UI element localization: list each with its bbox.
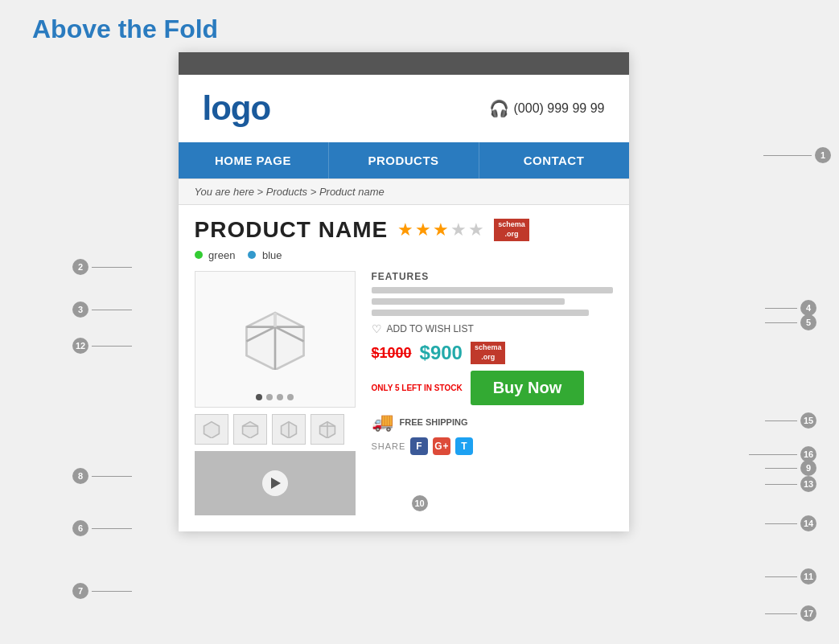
share-label: SHARE (372, 441, 406, 451)
shipping-label: FREE SHIPPING (400, 417, 468, 427)
phone-area: 🎧 (000) 999 99 99 (489, 99, 605, 118)
buy-now-button[interactable]: Buy Now (471, 371, 585, 405)
star-5: ★ (468, 219, 484, 240)
main-product-layout: FEATURES ♡ ADD TO WISH LIST $1000 $900 (195, 271, 613, 515)
dot-3 (277, 394, 283, 400)
dot-2 (266, 394, 273, 400)
star-4: ★ (450, 219, 467, 240)
googleplus-icon[interactable]: g+ (433, 437, 450, 455)
truck-icon: 🚚 (372, 412, 393, 433)
feature-line-3 (372, 310, 589, 316)
breadcrumb: You are here > Products > Product name (179, 178, 629, 205)
stock-text: ONLY 5 LEFT IN STOCK (372, 383, 463, 393)
svg-marker-6 (204, 422, 219, 438)
browser-bar (179, 52, 629, 75)
annotation-2: 2 (72, 259, 132, 275)
annotation-16: 16 (749, 446, 816, 462)
wishlist-row: ♡ ADD TO WISH LIST (372, 322, 613, 335)
annotation-12: 12 (72, 338, 132, 354)
svg-marker-7 (242, 422, 257, 438)
left-column (195, 271, 356, 515)
star-3: ★ (433, 219, 449, 240)
old-price: $1000 (372, 345, 412, 362)
product-name: PRODUCT NAME (195, 217, 389, 243)
annotation-1: 1 (763, 147, 831, 163)
thumbnail-row (195, 414, 356, 445)
dot-4 (287, 394, 294, 400)
green-dot (195, 251, 203, 259)
annotation-11: 11 (765, 568, 816, 585)
new-price: $900 (420, 342, 463, 364)
annotation-3: 3 (72, 301, 132, 318)
annotation-17: 17 (765, 605, 816, 621)
nav-contact[interactable]: CONTACT (479, 142, 629, 178)
shipping-row: 🚚 FREE SHIPPING (372, 412, 613, 433)
ann-num-1: 1 (815, 147, 831, 163)
buy-row: ONLY 5 LEFT IN STOCK Buy Now (372, 371, 613, 405)
color-options: green blue (195, 249, 613, 261)
annotation-15: 15 (765, 412, 816, 429)
product-title-row: PRODUCT NAME ★ ★ ★ ★ ★ schema.org (195, 217, 613, 243)
thumb-4[interactable] (311, 414, 344, 445)
thumb-1[interactable] (195, 414, 228, 445)
color-green-option[interactable]: green (195, 249, 236, 261)
annotation-10: 10 (412, 495, 428, 511)
color-blue-option[interactable]: blue (248, 249, 282, 261)
star-1: ★ (397, 219, 413, 240)
headset-icon: 🎧 (489, 99, 509, 118)
schema-badge-price: schema.org (471, 342, 506, 363)
phone-number: (000) 999 99 99 (514, 101, 605, 116)
annotation-7: 7 (72, 583, 132, 599)
features-label: FEATURES (372, 271, 613, 282)
dot-1 (256, 394, 262, 400)
annotation-14: 14 (765, 515, 816, 531)
play-button[interactable] (262, 470, 288, 496)
thumb-3[interactable] (272, 414, 306, 445)
feature-line-2 (372, 298, 565, 305)
star-2: ★ (415, 219, 431, 240)
product-image-box (195, 271, 356, 408)
page-title: Above the Fold (0, 0, 839, 52)
annotation-5: 5 (765, 314, 816, 330)
right-column: FEATURES ♡ ADD TO WISH LIST $1000 $900 (372, 271, 613, 515)
site-header: logo 🎧 (000) 999 99 99 (179, 75, 629, 142)
annotation-6: 6 (72, 520, 132, 536)
annotation-9: 9 (765, 460, 816, 476)
logo: logo (203, 89, 271, 128)
thumb-2[interactable] (233, 414, 267, 445)
annotation-8: 8 (72, 468, 132, 484)
nav-home[interactable]: HOME PAGE (179, 142, 329, 178)
nav-bar: HOME PAGE PRODUCTS CONTACT (179, 142, 629, 178)
heart-icon: ♡ (372, 322, 382, 335)
image-carousel-dots (256, 394, 294, 400)
nav-products[interactable]: PRODUCTS (329, 142, 479, 178)
feature-line-1 (372, 287, 613, 293)
content-area: PRODUCT NAME ★ ★ ★ ★ ★ schema.org (179, 205, 629, 531)
schema-badge-rating: schema.org (494, 219, 529, 240)
annotation-4: 4 (765, 300, 816, 316)
twitter-icon[interactable]: t (455, 437, 473, 455)
browser-frame: logo 🎧 (000) 999 99 99 HOME PAGE PRODUCT… (179, 52, 629, 531)
price-row: $1000 $900 schema.org (372, 342, 613, 364)
wishlist-label[interactable]: ADD TO WISH LIST (387, 323, 474, 334)
product-image (239, 306, 311, 373)
blue-dot (248, 251, 256, 259)
annotation-13: 13 (765, 476, 816, 492)
video-box[interactable] (195, 451, 356, 515)
share-row: SHARE f g+ t (372, 437, 613, 455)
facebook-icon[interactable]: f (410, 437, 428, 455)
star-rating: ★ ★ ★ ★ ★ (397, 219, 484, 240)
